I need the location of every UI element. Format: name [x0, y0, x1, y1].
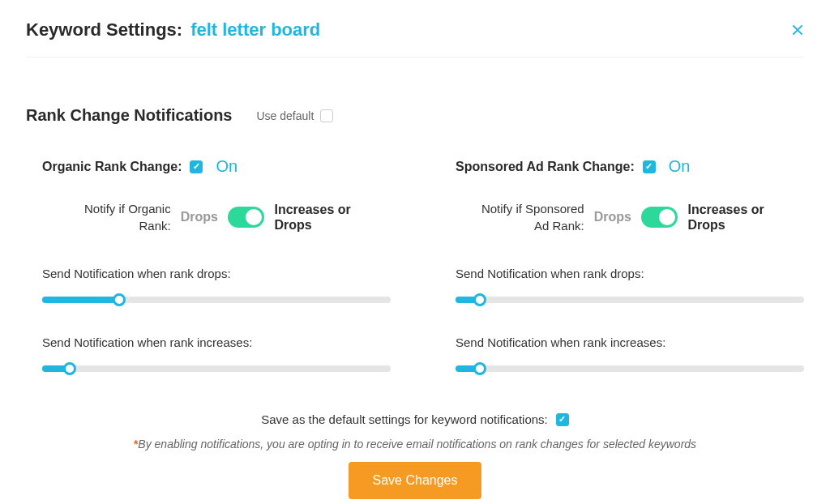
organic-inc-slider-group: Send Notification when rank increases: — [42, 335, 391, 372]
organic-title: Organic Rank Change: — [42, 160, 182, 174]
section-title: Rank Change Notifications — [26, 106, 232, 125]
organic-notify-label: Notify if Organic Rank: — [58, 200, 171, 234]
sponsored-notify-row: Notify if Sponsored Ad Rank: Drops Incre… — [456, 200, 804, 234]
organic-drop-slider[interactable] — [42, 297, 391, 303]
save-default-checkbox[interactable] — [556, 413, 569, 426]
save-default-row: Save as the default settings for keyword… — [261, 412, 569, 426]
sponsored-status: On — [669, 157, 691, 176]
sponsored-drop-slider[interactable] — [456, 297, 804, 303]
organic-inc-slider[interactable] — [42, 365, 391, 372]
organic-inc-slider-thumb[interactable] — [63, 362, 76, 375]
header: Keyword Settings: felt letter board — [26, 19, 804, 58]
organic-status: On — [216, 157, 237, 176]
rank-change-section: Rank Change Notifications Use default Or… — [26, 106, 804, 499]
organic-drop-slider-fill — [42, 297, 119, 303]
sponsored-drops-label: Drops — [594, 210, 631, 224]
sponsored-inc-slider[interactable] — [456, 365, 804, 372]
organic-column: Organic Rank Change: On Notify if Organi… — [26, 157, 391, 404]
keyword-name: felt letter board — [190, 19, 320, 41]
use-default-checkbox[interactable] — [320, 109, 333, 122]
organic-incdrop-label: Increases or Drops — [274, 202, 391, 233]
organic-drop-slider-group: Send Notification when rank drops: — [42, 267, 391, 303]
disclaimer: *By enabling notifications, you are opti… — [134, 438, 696, 451]
use-default-label: Use default — [256, 109, 314, 122]
sponsored-enabled-checkbox[interactable] — [643, 160, 656, 173]
sponsored-inc-slider-thumb[interactable] — [473, 362, 486, 375]
disclaimer-text: By enabling notifications, you are optin… — [138, 438, 696, 451]
footer: Save as the default settings for keyword… — [26, 412, 804, 499]
title-group: Keyword Settings: felt letter board — [26, 19, 320, 41]
save-default-label: Save as the default settings for keyword… — [261, 412, 548, 426]
sponsored-drop-slider-thumb[interactable] — [473, 293, 486, 306]
sponsored-toggle-row: Sponsored Ad Rank Change: On — [456, 157, 804, 176]
organic-toggle-row: Organic Rank Change: On — [42, 157, 391, 176]
save-button[interactable]: Save Changes — [349, 462, 482, 499]
sponsored-title: Sponsored Ad Rank Change: — [456, 160, 635, 174]
sponsored-column: Sponsored Ad Rank Change: On Notify if S… — [439, 157, 804, 404]
organic-drops-label: Drops — [181, 210, 218, 224]
organic-drop-slider-thumb[interactable] — [113, 293, 126, 306]
sponsored-mode-toggle[interactable] — [641, 207, 678, 228]
organic-notify-row: Notify if Organic Rank: Drops Increases … — [42, 200, 391, 234]
sponsored-incdrop-label: Increases or Drops — [687, 202, 804, 233]
close-icon[interactable] — [791, 23, 804, 36]
use-default-group: Use default — [256, 109, 333, 122]
sponsored-drop-slider-label: Send Notification when rank drops: — [456, 267, 804, 280]
sponsored-inc-slider-group: Send Notification when rank increases: — [456, 335, 804, 372]
section-header: Rank Change Notifications Use default — [26, 106, 804, 125]
sponsored-drop-slider-group: Send Notification when rank drops: — [456, 267, 804, 303]
organic-enabled-checkbox[interactable] — [190, 160, 203, 173]
sponsored-notify-label: Notify if Sponsored Ad Rank: — [472, 200, 584, 234]
organic-drop-slider-label: Send Notification when rank drops: — [42, 267, 391, 280]
organic-mode-toggle[interactable] — [228, 207, 265, 228]
page-title: Keyword Settings: — [26, 19, 182, 41]
organic-inc-slider-label: Send Notification when rank increases: — [42, 335, 391, 349]
columns: Organic Rank Change: On Notify if Organi… — [26, 157, 804, 404]
sponsored-inc-slider-label: Send Notification when rank increases: — [456, 335, 804, 349]
